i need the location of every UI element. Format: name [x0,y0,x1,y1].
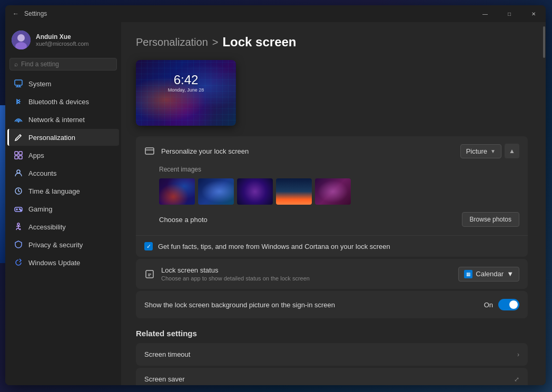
close-button[interactable]: ✕ [521,5,546,22]
lock-screen-preview: 6:42 Monday, June 28 [136,60,236,126]
bluetooth-icon [14,97,23,106]
sign-in-label: Show the lock screen background picture … [144,301,478,309]
svg-line-10 [20,135,21,136]
lock-status-subtitle: Choose an app to show detailed status on… [161,275,452,282]
search-input[interactable] [21,61,112,68]
sidebar-item-label-update: Windows Update [28,259,80,267]
sidebar-item-gaming[interactable]: Gaming [7,200,119,217]
choose-photo-label: Choose a photo [159,216,208,224]
personalize-card: Personalize your lock screen Picture ▼ ▲… [136,136,528,257]
personalization-icon [14,133,23,142]
svg-rect-26 [145,148,154,154]
picture-dropdown[interactable]: Picture ▼ [460,144,501,158]
scrollbar[interactable] [543,22,546,385]
lock-status-card: Lock screen status Choose an app to show… [136,259,528,289]
page-header: Personalization > Lock screen [136,35,528,49]
sidebar-item-label-privacy: Privacy & security [28,241,83,249]
accounts-icon [14,168,23,178]
calendar-icon: ▦ [464,270,472,278]
sidebar-item-label-apps: Apps [28,152,44,159]
privacy-icon [14,240,23,249]
personalize-icon [144,146,155,156]
breadcrumb-separator: > [212,36,219,48]
sidebar-item-system[interactable]: System [7,75,119,92]
thumbnail-2[interactable] [198,178,234,205]
gaming-icon [14,204,23,214]
svg-point-15 [17,170,20,173]
sidebar-item-apps[interactable]: Apps [7,147,119,164]
user-section: Anduin Xue xuef@microsoft.com [5,26,121,58]
titlebar-left: ← Settings [12,9,47,18]
avatar [12,31,31,49]
choose-photo-row: Choose a photo Browse photos [159,212,519,227]
collapse-button[interactable]: ▲ [505,144,519,158]
personalize-row: Personalize your lock screen Picture ▼ ▲ [136,136,528,166]
screen-saver-row[interactable]: Screen saver ⤢ [136,368,528,385]
sidebar-item-label-gaming: Gaming [28,205,53,213]
user-name: Anduin Xue [36,33,115,41]
thumbnail-3[interactable] [237,178,273,205]
sidebar-item-network[interactable]: Network & internet [7,111,119,128]
calendar-chevron: ▼ [507,270,514,278]
back-button[interactable]: ← [12,9,20,18]
lock-date: Monday, June 28 [168,87,204,93]
apps-icon [14,150,23,160]
sign-in-control: On [484,299,519,310]
update-icon [14,258,23,267]
sidebar-item-label-system: System [28,80,51,88]
search-box[interactable]: ⌕ [9,58,117,71]
thumbnail-5[interactable] [315,178,351,205]
related-card-screensaver: Screen saver ⤢ [136,368,528,385]
sidebar-item-update[interactable]: Windows Update [7,254,119,271]
personalize-content: Personalize your lock screen [161,147,454,155]
screen-timeout-chevron: › [517,351,519,358]
lock-screen-preview-container: 6:42 Monday, June 28 [136,60,528,126]
screen-saver-label: Screen saver [144,375,508,383]
sidebar-item-accounts[interactable]: Accounts [7,165,119,182]
network-icon [14,115,23,124]
svg-point-21 [21,210,22,211]
maximize-button[interactable]: □ [497,5,521,22]
user-email: xuef@microsoft.com [36,41,115,47]
screen-timeout-row[interactable]: Screen timeout › [136,343,528,366]
sidebar-item-label-accessibility: Accessibility [28,223,66,231]
sidebar-item-label-network: Network & internet [28,116,85,124]
tips-checkbox[interactable] [144,242,153,250]
svg-point-1 [17,34,25,42]
content-area: Anduin Xue xuef@microsoft.com ⌕ System [5,22,546,385]
sidebar-item-personalization[interactable]: Personalization [7,129,119,146]
sign-in-card: Show the lock screen background picture … [136,291,528,318]
thumbnail-4[interactable] [276,178,312,205]
scrollbar-thumb[interactable] [543,26,545,58]
window-controls: — □ ✕ [473,5,546,22]
calendar-label: Calendar [476,270,504,278]
svg-rect-13 [15,156,18,159]
sidebar-item-accessibility[interactable]: Accessibility [7,218,119,235]
sign-in-content: Show the lock screen background picture … [144,301,478,309]
user-info: Anduin Xue xuef@microsoft.com [36,33,115,47]
sidebar-item-label-bluetooth: Bluetooth & devices [28,98,89,106]
time-icon [14,186,23,196]
svg-rect-11 [15,152,18,155]
picture-dropdown-label: Picture [466,147,487,155]
sidebar-item-time[interactable]: Time & language [7,183,119,199]
thumbnail-1[interactable] [159,178,195,205]
sidebar-item-label-accounts: Accounts [28,169,56,177]
svg-rect-3 [15,80,22,85]
system-icon [14,79,23,88]
minimize-button[interactable]: — [473,5,497,22]
sign-in-toggle[interactable] [498,299,519,310]
sidebar-item-privacy[interactable]: Privacy & security [7,236,119,253]
screen-timeout-label: Screen timeout [144,350,511,358]
sidebar-item-bluetooth[interactable]: Bluetooth & devices [7,93,119,110]
svg-line-24 [16,228,17,230]
toggle-label: On [484,301,493,309]
sign-in-row: Show the lock screen background picture … [136,291,528,318]
recent-images-row [159,178,519,205]
sidebar: Anduin Xue xuef@microsoft.com ⌕ System [5,22,121,385]
browse-photos-button[interactable]: Browse photos [462,212,519,227]
lock-status-row: Lock screen status Choose an app to show… [136,259,528,289]
tips-checkbox-row: Get fun facts, tips, and more from Windo… [136,235,528,257]
lock-clock: 6:42 [168,73,204,87]
calendar-dropdown[interactable]: ▦ Calendar ▼ [458,267,519,282]
